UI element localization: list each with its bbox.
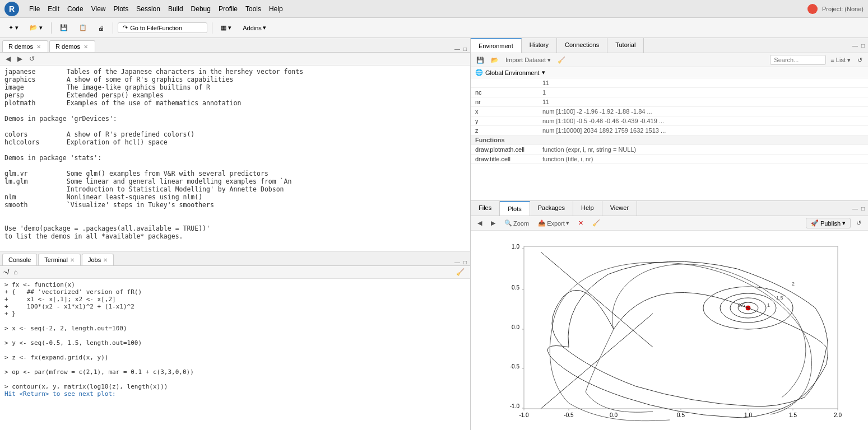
- viewer-tab-viewer[interactable]: Viewer: [602, 201, 637, 216]
- editor-tab-0-close[interactable]: ✕: [35, 44, 42, 50]
- menu-profile[interactable]: Profile: [215, 4, 241, 14]
- publish-label: Publish: [820, 220, 841, 227]
- goto-icon: ↷: [123, 24, 128, 31]
- save-all-button[interactable]: 📋: [75, 22, 91, 33]
- functions-section-label: Functions: [471, 135, 868, 145]
- menu-debug[interactable]: Debug: [188, 4, 214, 14]
- viewer-toolbar: ◀ ▶ 🔍 Zoom 📤 Export ▾ ✕ 🧹: [471, 216, 868, 231]
- env-tab-connections[interactable]: Connections: [557, 38, 607, 53]
- console-tab-jobs-close[interactable]: ✕: [103, 257, 108, 263]
- environment-content: 11 nc 1 nr 11 x num [1:100] -2 -1.96 -: [471, 78, 868, 200]
- viewer-tab-help[interactable]: Help: [573, 201, 602, 216]
- main-toolbar: ✦ ▾ 📂 ▾ 💾 📋 🖨 ↷ Go to File/Function ▦ ▾ …: [0, 18, 868, 38]
- console-tab-terminal[interactable]: Terminal ✕: [38, 254, 81, 265]
- env-import-dataset-button[interactable]: Import Dataset ▾: [503, 56, 553, 64]
- console-maximize-button[interactable]: □: [462, 259, 468, 265]
- console-workdir: ~/: [3, 268, 9, 276]
- viewer-maximize-button[interactable]: □: [860, 205, 866, 212]
- menu-edit[interactable]: Edit: [44, 4, 63, 14]
- svg-text:2.0: 2.0: [834, 412, 842, 418]
- env-row-nc: nc 1: [471, 88, 868, 97]
- menu-plots[interactable]: Plots: [110, 4, 132, 14]
- project-label[interactable]: Project: (None): [822, 6, 864, 12]
- viewer-tab-plots[interactable]: Plots: [500, 201, 530, 216]
- editor-back-button[interactable]: ◀: [3, 54, 13, 64]
- svg-text:0.5: 0.5: [512, 284, 519, 291]
- viewer-tab-packages[interactable]: Packages: [530, 201, 573, 216]
- menu-file[interactable]: File: [26, 4, 43, 14]
- menu-session[interactable]: Session: [133, 4, 164, 14]
- env-row-empty: 11: [471, 78, 868, 88]
- env-tab-environment[interactable]: Environment: [471, 38, 522, 53]
- menu-build[interactable]: Build: [165, 4, 187, 14]
- menu-code[interactable]: Code: [64, 4, 87, 14]
- editor-tabs: R demos ✕ R demos ✕ — □: [0, 38, 470, 53]
- editor-tab-0[interactable]: R demos ✕: [2, 40, 48, 52]
- env-save-button[interactable]: 💾: [474, 56, 486, 64]
- editor-forward-button[interactable]: ▶: [15, 54, 25, 64]
- env-refresh-button[interactable]: ↺: [855, 56, 865, 64]
- env-var-value: 11: [538, 78, 868, 88]
- goto-file-function[interactable]: ↷ Go to File/Function: [118, 22, 207, 33]
- user-avatar: [807, 4, 818, 14]
- editor-area: R demos ✕ R demos ✕ — □ ◀ ▶ ↺ japanese: [0, 38, 470, 251]
- plot-forward-button[interactable]: ▶: [488, 219, 499, 227]
- plot-back-button[interactable]: ◀: [474, 219, 485, 227]
- env-tab-tutorial[interactable]: Tutorial: [607, 38, 644, 53]
- console-tab-terminal-close[interactable]: ✕: [70, 257, 75, 263]
- env-minimize-button[interactable]: —: [851, 43, 859, 49]
- editor-content[interactable]: japanese Tables of the Japanese characte…: [0, 66, 470, 251]
- env-func-row-1: draw.title.cell function (title, i, nr): [471, 155, 868, 164]
- console-area: Console Terminal ✕ Jobs ✕ — □ ~/ ⌂ 🧹: [0, 251, 470, 430]
- plot-broom-button[interactable]: 🧹: [589, 219, 604, 227]
- console-tab-jobs[interactable]: Jobs ✕: [82, 254, 114, 265]
- environment-global-selector[interactable]: 🌐 Global Environment ▾: [471, 67, 868, 78]
- publish-button[interactable]: 🚀 Publish ▾: [806, 218, 851, 228]
- viewer-refresh-button[interactable]: ↺: [853, 219, 865, 227]
- env-load-button[interactable]: 📂: [489, 56, 501, 64]
- console-tab-console[interactable]: Console: [2, 254, 37, 265]
- plot-export-button[interactable]: 📤 Export ▾: [535, 219, 573, 227]
- save-button[interactable]: 💾: [56, 22, 72, 33]
- editor-maximize-button[interactable]: □: [462, 46, 468, 52]
- console-minimize-button[interactable]: —: [453, 259, 461, 265]
- grid-button[interactable]: ▦ ▾: [217, 22, 235, 33]
- print-button[interactable]: 🖨: [94, 23, 108, 33]
- export-label: Export: [547, 220, 565, 227]
- viewer-minimize-button[interactable]: —: [851, 205, 859, 212]
- menu-help[interactable]: Help: [266, 4, 286, 14]
- svg-text:-1.0: -1.0: [519, 412, 529, 418]
- env-list-view-button[interactable]: ≡ List ▾: [828, 56, 853, 64]
- addins-button[interactable]: Addins ▾: [239, 22, 270, 33]
- console-workdir-icon[interactable]: ⌂: [11, 267, 20, 277]
- menu-tools[interactable]: Tools: [242, 4, 264, 14]
- editor-refresh-button[interactable]: ↺: [27, 54, 37, 64]
- svg-text:0.0: 0.0: [512, 324, 519, 330]
- open-file-button[interactable]: 📂 ▾: [26, 22, 47, 33]
- console-content[interactable]: > fx <- function(x) + { ## 'vectorized' …: [0, 279, 470, 430]
- svg-text:1.5: 1.5: [776, 295, 783, 301]
- env-clear-button[interactable]: 🧹: [555, 56, 568, 64]
- editor-tab-1[interactable]: R demos ✕: [49, 40, 95, 52]
- env-var-value-x: num [1:100] -2 -1.96 -1.92 -1.88 -1.84 .…: [538, 107, 868, 116]
- r-logo: R: [4, 2, 19, 16]
- editor-panel-controls: — □: [453, 46, 468, 52]
- editor-minimize-button[interactable]: —: [453, 46, 461, 52]
- editor-tab-1-close[interactable]: ✕: [82, 44, 89, 50]
- plot-zoom-button[interactable]: 🔍 Zoom: [501, 219, 532, 227]
- viewer-panel: Files Plots Packages Help Viewer — □ ◀ ▶: [471, 201, 868, 430]
- env-tab-history[interactable]: History: [522, 38, 557, 53]
- export-icon: 📤: [538, 219, 546, 227]
- env-var-name-z: z: [471, 126, 538, 135]
- env-row-y: y num [1:100] -0.5 -0.48 -0.46 -0.439 -0…: [471, 116, 868, 126]
- new-file-button[interactable]: ✦ ▾: [4, 22, 22, 33]
- svg-rect-0: [524, 246, 838, 409]
- plot-delete-button[interactable]: ✕: [575, 219, 587, 227]
- env-search-input[interactable]: [770, 55, 826, 65]
- env-maximize-button[interactable]: □: [860, 43, 866, 49]
- menu-view[interactable]: View: [88, 4, 109, 14]
- viewer-tab-files[interactable]: Files: [471, 201, 500, 216]
- env-var-value-y: num [1:100] -0.5 -0.48 -0.46 -0.439 -0.4…: [538, 116, 868, 126]
- console-clear-button[interactable]: 🧹: [454, 267, 467, 277]
- import-dataset-label: Import Dataset ▾: [505, 57, 551, 63]
